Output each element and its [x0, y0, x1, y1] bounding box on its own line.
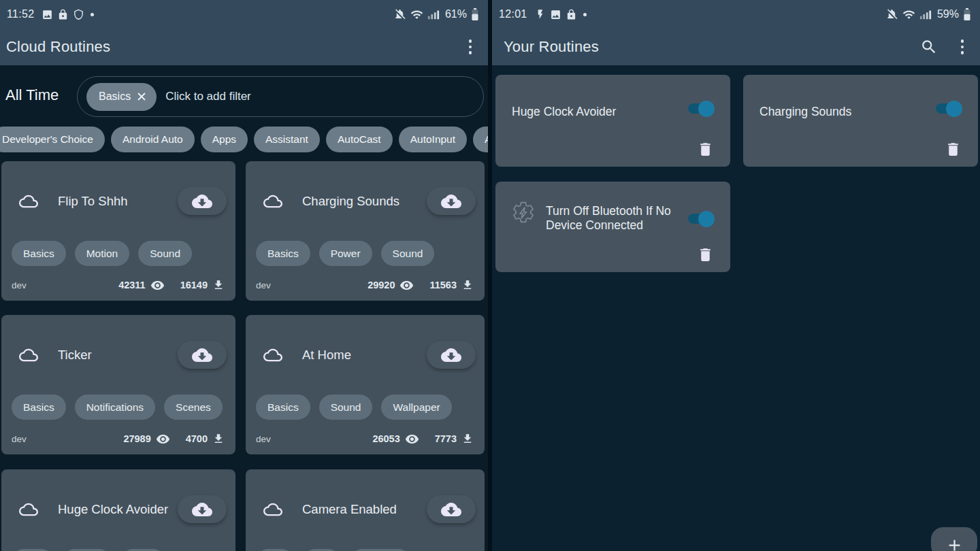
- tag[interactable]: Wallpaper: [381, 395, 451, 420]
- shield-icon: [73, 9, 84, 20]
- overflow-menu-icon[interactable]: [463, 37, 478, 57]
- delete-icon[interactable]: [697, 246, 714, 263]
- right-topbar: 12:01 59% Your Routines: [492, 0, 980, 65]
- page-title: Your Routines: [504, 38, 599, 56]
- downloads-icon: [461, 433, 474, 445]
- split-screen: 11:52 61% Cloud Routines: [0, 0, 980, 551]
- views-icon: [156, 432, 170, 446]
- category-chip-autoinput[interactable]: AutoInput: [399, 127, 467, 152]
- routine-card-charging-sounds[interactable]: Charging Sounds Basics Power Sound dev 2…: [246, 161, 485, 301]
- battery-icon: [471, 7, 479, 21]
- enable-toggle[interactable]: [688, 103, 713, 114]
- tag[interactable]: Sound: [319, 395, 373, 420]
- battery-icon: [963, 7, 971, 21]
- your-routines-panel: 12:01 59% Your Routines: [492, 0, 980, 551]
- cloud-icon: [259, 346, 287, 365]
- download-button[interactable]: [178, 341, 227, 369]
- tag[interactable]: Sound: [138, 241, 192, 266]
- download-count: 7773: [435, 433, 457, 444]
- clock: 12:01: [499, 8, 527, 20]
- image-notification-icon: [550, 9, 561, 20]
- routine-card-flip-to-shhh[interactable]: Flip To Shhh Basics Motion Sound dev 423…: [1, 161, 235, 301]
- downloads-icon: [461, 279, 474, 291]
- download-button[interactable]: [178, 187, 227, 215]
- tag[interactable]: Basics: [12, 395, 66, 420]
- download-button[interactable]: [427, 341, 476, 369]
- tag[interactable]: Basics: [12, 241, 66, 266]
- filter-input[interactable]: Basics Click to add filter: [77, 76, 484, 117]
- routine-title: Ticker: [58, 348, 92, 363]
- routine-title: At Home: [302, 348, 351, 363]
- clock: 11:52: [7, 8, 34, 20]
- delete-icon[interactable]: [697, 141, 714, 158]
- mute-icon: [885, 8, 898, 21]
- mute-icon: [393, 8, 406, 21]
- filter-placeholder: Click to add filter: [165, 90, 251, 103]
- cloud-download-icon: [192, 345, 212, 365]
- add-routine-fab[interactable]: [931, 527, 977, 551]
- enable-toggle[interactable]: [936, 103, 960, 114]
- routine-card-ticker[interactable]: Ticker Basics Notifications Scenes dev 2…: [1, 315, 235, 454]
- routine-card-at-home[interactable]: At Home Basics Sound Wallpaper dev 26053…: [246, 315, 485, 454]
- tag[interactable]: Basics: [256, 395, 310, 420]
- search-icon[interactable]: [920, 38, 938, 56]
- tag[interactable]: Power: [319, 241, 372, 266]
- download-count: 4700: [186, 433, 208, 444]
- view-count: 26053: [372, 433, 399, 444]
- routine-title: Charging Sounds: [760, 105, 851, 119]
- category-chip-developers-choice[interactable]: Developer's Choice: [0, 127, 105, 152]
- active-filter-chip[interactable]: Basics: [86, 83, 157, 111]
- left-topbar: 11:52 61% Cloud Routines: [0, 0, 488, 65]
- views-icon: [399, 278, 414, 293]
- routine-title: Huge Clock Avoider: [512, 105, 616, 119]
- charging-bolt-icon: [535, 9, 546, 20]
- routine-title: Charging Sounds: [302, 194, 399, 209]
- time-range-selector[interactable]: All Time: [5, 86, 59, 104]
- delete-icon[interactable]: [945, 141, 962, 158]
- category-chip-android-auto[interactable]: Android Auto: [111, 127, 195, 152]
- tag[interactable]: Sound: [381, 241, 435, 266]
- tag[interactable]: Scenes: [164, 395, 223, 420]
- routine-card-huge-clock-avoider[interactable]: Huge Clock Avoider: [1, 469, 235, 551]
- cloud-icon: [15, 346, 42, 365]
- cloud-download-icon: [441, 499, 461, 520]
- signal-icon: [427, 8, 440, 20]
- download-button[interactable]: [178, 495, 227, 523]
- routine-card-camera-enabled[interactable]: Camera Enabled: [246, 469, 485, 551]
- my-routine-huge-clock-avoider[interactable]: Huge Clock Avoider: [495, 75, 730, 167]
- category-chip-autonotification[interactable]: AutoNotification: [473, 127, 488, 152]
- wifi-icon: [902, 8, 915, 21]
- lock-icon: [566, 9, 577, 20]
- view-count: 42311: [118, 280, 146, 290]
- views-icon: [405, 432, 419, 446]
- enable-toggle[interactable]: [688, 214, 713, 224]
- downloads-icon: [212, 279, 225, 291]
- cloud-download-icon: [192, 191, 212, 212]
- right-status-bar: 12:01 59%: [492, 0, 980, 29]
- category-chip-assistant[interactable]: Assistant: [254, 127, 320, 152]
- plus-icon: [945, 536, 964, 551]
- category-chip-autocast[interactable]: AutoCast: [326, 127, 393, 152]
- tag[interactable]: Basics: [256, 241, 310, 266]
- category-chip-apps[interactable]: Apps: [201, 127, 248, 152]
- gear-bolt-icon: [511, 200, 536, 224]
- cloud-download-icon: [441, 191, 461, 212]
- download-count: 16149: [180, 280, 208, 290]
- my-routine-turn-off-bluetooth[interactable]: Turn Off Bluetooth If No Device Connecte…: [495, 182, 730, 272]
- remove-filter-icon[interactable]: [137, 92, 146, 101]
- cloud-icon: [15, 500, 42, 519]
- battery-percent: 61%: [445, 8, 467, 20]
- downloads-icon: [212, 433, 225, 445]
- routine-title: Flip To Shhh: [58, 194, 128, 209]
- my-routine-charging-sounds[interactable]: Charging Sounds: [743, 75, 978, 167]
- author: dev: [256, 280, 271, 290]
- routine-title: Turn Off Bluetooth If No Device Connecte…: [546, 204, 689, 233]
- tag[interactable]: Motion: [75, 241, 130, 266]
- tag[interactable]: Notifications: [75, 395, 155, 420]
- battery-percent: 59%: [937, 8, 959, 20]
- overflow-menu-icon[interactable]: [956, 37, 970, 57]
- image-notification-icon: [42, 9, 53, 20]
- author: dev: [12, 280, 27, 290]
- download-button[interactable]: [427, 187, 476, 215]
- download-button[interactable]: [427, 495, 476, 523]
